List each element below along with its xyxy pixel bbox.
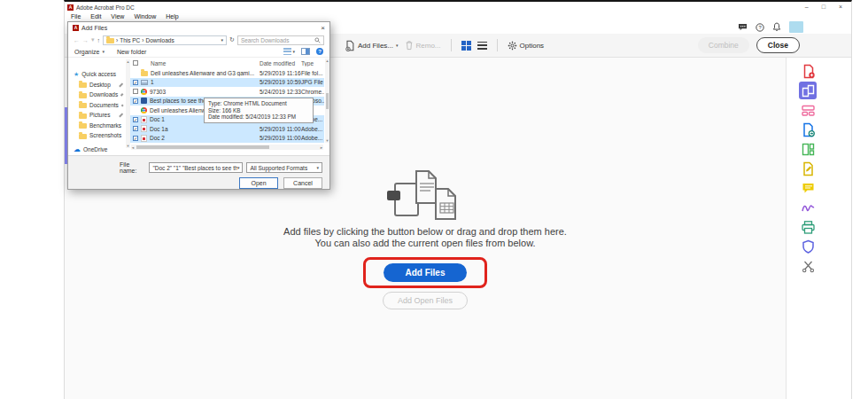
file-row[interactable]: Dell unleashes Alienware and G3 gami...5…: [130, 68, 324, 78]
list-scrollbar-horizontal[interactable]: ◄ ►: [131, 145, 323, 150]
maximize-icon[interactable]: □: [822, 4, 825, 11]
scroll-up-icon[interactable]: ▲: [127, 59, 130, 64]
open-button[interactable]: Open: [239, 177, 278, 189]
file-name-input[interactable]: "Doc 2" "1" "Best places to see the su ▾: [149, 162, 243, 173]
tool-fill-and-sign[interactable]: [799, 199, 817, 216]
sidebar-item-quick-access[interactable]: ★Quick access: [68, 69, 130, 80]
menu-edit[interactable]: Edit: [90, 13, 101, 20]
forward-icon[interactable]: →: [82, 37, 89, 43]
folder-icon: [79, 123, 87, 129]
toolbar-divider: [497, 39, 498, 51]
change-view-button[interactable]: ▾: [283, 48, 295, 55]
file-row[interactable]: ✓15/29/2019 10:59 ...JPG File: [130, 78, 324, 88]
menu-view[interactable]: View: [111, 13, 124, 20]
file-row[interactable]: 973035/24/2019 12:33 ...Chrome...: [130, 87, 324, 97]
sidebar-item-documents[interactable]: Documents: [68, 100, 130, 111]
file-tooltip: Type: Chrome HTML DocumentSize: 166 KBDa…: [204, 98, 314, 123]
dialog-close-icon[interactable]: ×: [321, 24, 325, 32]
list-scrollbar-vertical[interactable]: ▲ ▼: [325, 59, 329, 143]
minimize-icon[interactable]: –: [805, 4, 809, 11]
menu-help[interactable]: Help: [166, 13, 178, 20]
scroll-right-icon[interactable]: ►: [320, 145, 323, 150]
sidebar-item-onedrive[interactable]: ☁OneDrive: [68, 145, 130, 155]
file-checkbox[interactable]: [133, 89, 138, 94]
format-dropdown-icon[interactable]: ▾: [316, 165, 319, 170]
breadcrumb-this-pc[interactable]: This PC: [120, 37, 140, 43]
scroll-down-icon[interactable]: ▼: [326, 138, 329, 143]
select-all-checkbox[interactable]: [133, 60, 138, 66]
avatar[interactable]: [789, 21, 803, 33]
tool-organize-pages[interactable]: [799, 140, 817, 158]
tool-request-signatures[interactable]: [799, 160, 817, 177]
options-button[interactable]: Options: [508, 41, 545, 51]
search-input[interactable]: Search Downloads: [237, 35, 324, 45]
tool-combine-files[interactable]: [799, 82, 817, 99]
back-icon[interactable]: ←: [74, 37, 80, 43]
sidebar-item-desktop[interactable]: Desktop: [68, 80, 130, 90]
list-view-icon[interactable]: [477, 42, 487, 50]
sidebar-item-label: Desktop: [89, 82, 111, 88]
file-checkbox[interactable]: ✓: [133, 136, 138, 141]
add-files-button[interactable]: Add Files: [384, 263, 466, 282]
cancel-button[interactable]: Cancel: [283, 177, 322, 189]
scroll-up-icon[interactable]: ▲: [326, 59, 329, 63]
tool-comment[interactable]: [799, 179, 817, 197]
refresh-icon[interactable]: ↻: [229, 36, 235, 43]
column-name[interactable]: Name: [151, 60, 260, 66]
column-date-modified[interactable]: Date modified: [260, 60, 301, 66]
add-open-files-button[interactable]: Add Open Files: [383, 292, 468, 309]
organize-button[interactable]: Organize: [74, 49, 99, 55]
scroll-down-icon[interactable]: ▼: [127, 144, 130, 148]
file-checkbox[interactable]: ✓: [133, 98, 138, 104]
tool-print-production[interactable]: [799, 218, 817, 236]
file-checkbox[interactable]: ✓: [133, 117, 138, 122]
tool-edit-pdf[interactable]: [799, 101, 817, 119]
preview-pane-icon[interactable]: [301, 48, 310, 55]
file-checkbox[interactable]: ✓: [133, 80, 138, 85]
sidebar-item-screenshots[interactable]: Screenshots: [68, 130, 130, 141]
tool-more-tools[interactable]: [799, 257, 817, 275]
trash-icon: [405, 40, 414, 51]
edit-pdf-icon: [801, 103, 816, 118]
scrollbar-thumb[interactable]: [326, 93, 329, 109]
menu-file[interactable]: File: [71, 13, 81, 20]
tool-protect[interactable]: [799, 238, 817, 255]
file-row[interactable]: ✓Doc 1a5/29/2019 11:00 ...Adobe...: [130, 124, 324, 134]
close-window-icon[interactable]: ×: [839, 4, 842, 11]
combine-button[interactable]: Combine: [698, 37, 749, 53]
menu-window[interactable]: Window: [134, 13, 156, 20]
address-dropdown-icon[interactable]: ▾: [221, 37, 224, 43]
recent-locations-icon[interactable]: ▾: [91, 36, 95, 43]
help-icon[interactable]: ?: [756, 23, 764, 32]
dialog-help-icon[interactable]: ?: [316, 48, 323, 55]
sidebar-item-benchmarks[interactable]: Benchmarks: [68, 121, 130, 131]
close-button[interactable]: Close: [756, 37, 800, 53]
chat-icon[interactable]: [738, 23, 748, 32]
sidebar-item-label: Documents: [89, 102, 119, 108]
remove-button[interactable]: Remo...: [405, 40, 441, 51]
file-checkbox[interactable]: ✓: [133, 126, 138, 131]
new-folder-button[interactable]: New folder: [117, 49, 146, 55]
menu-bar: FileEditViewWindowHelp: [65, 12, 851, 20]
dialog-title-bar[interactable]: A Add Files ×: [68, 22, 329, 34]
add-files-dropdown-button[interactable]: Add Files... ▾: [345, 40, 399, 51]
tool-export-pdf[interactable]: [799, 121, 817, 138]
bell-icon[interactable]: [772, 22, 781, 32]
file-row[interactable]: ✓Doc 25/29/2019 11:00 ...Adobe...: [130, 134, 324, 144]
grid-view-icon[interactable]: [461, 41, 471, 51]
sidebar-item-pictures[interactable]: Pictures: [68, 110, 130, 121]
scroll-left-icon[interactable]: ◄: [131, 145, 135, 150]
address-path[interactable]: › This PC › Downloads ▾: [103, 35, 227, 45]
options-label: Options: [520, 42, 545, 50]
tool-create-pdf[interactable]: [799, 62, 817, 80]
scrollbar-thumb[interactable]: [136, 145, 269, 149]
breadcrumb-downloads[interactable]: Downloads: [145, 37, 174, 43]
tooltip-line: Size: 166 KB: [208, 107, 309, 114]
column-type[interactable]: Type: [301, 60, 324, 66]
file-name-dropdown-icon[interactable]: ▾: [237, 165, 240, 170]
format-filter-select[interactable]: All Supported Formats ▾: [246, 162, 322, 173]
svg-text:?: ?: [758, 25, 762, 30]
sidebar-item-downloads[interactable]: Downloads: [68, 90, 130, 100]
up-icon[interactable]: ↑: [97, 37, 101, 43]
pin-icon: [119, 113, 123, 117]
